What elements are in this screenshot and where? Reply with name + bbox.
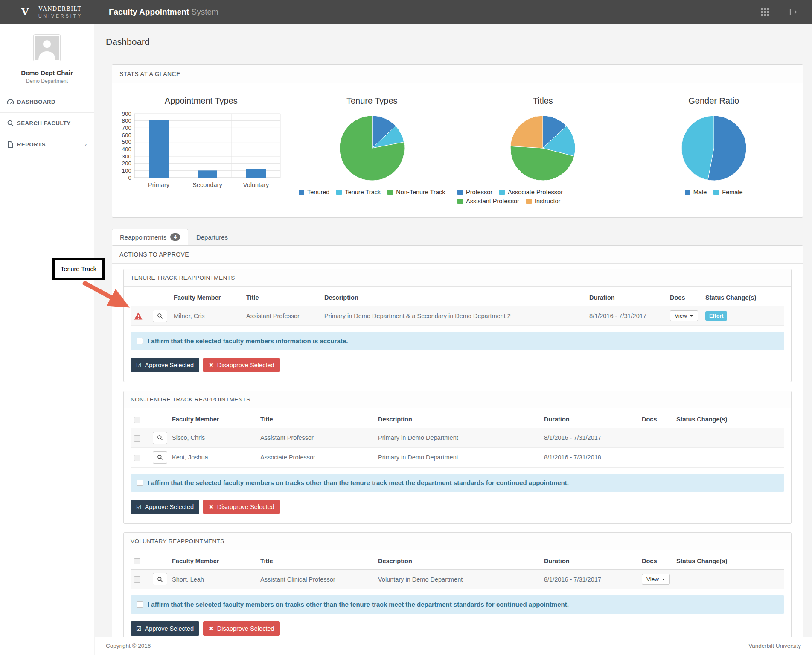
column-header-duration: Duration	[541, 552, 638, 570]
row-checkbox[interactable]	[134, 455, 140, 461]
chart-gender-ratio: Gender RatioMaleFemale	[629, 96, 800, 205]
column-header-faculty-member: Faculty Member	[169, 410, 257, 428]
svg-text:900: 900	[122, 111, 132, 117]
logo-line1: VANDERBILT	[38, 6, 82, 12]
tab-reappointments[interactable]: Reappointments 4	[112, 229, 188, 245]
svg-text:700: 700	[122, 125, 132, 131]
description-cell: Primary in Demo Department	[375, 447, 541, 467]
legend-swatch	[499, 190, 505, 195]
disapprove-selected-button[interactable]: ✖Disapprove Selected	[203, 500, 280, 514]
magnifier-icon	[157, 454, 163, 460]
pie-slice-female	[681, 116, 714, 180]
magnifier-icon	[157, 435, 163, 441]
row-checkbox[interactable]	[134, 435, 140, 442]
approve-selected-button[interactable]: ☑Approve Selected	[131, 621, 199, 636]
magnifier-icon	[157, 576, 163, 582]
affirm-checkbox[interactable]	[137, 601, 143, 608]
sign-out-icon[interactable]	[788, 7, 797, 17]
legend-item: Male	[685, 189, 707, 196]
app-title: Faculty Appointment System	[109, 7, 218, 17]
affirm-text: I affirm that the selected faculty membe…	[148, 337, 348, 345]
column-header-docs: Docs	[666, 288, 702, 306]
legend-label: Professor	[466, 189, 492, 196]
sidebar-item-reports[interactable]: REPORTS ‹	[0, 134, 94, 155]
pie-chart	[509, 114, 576, 182]
legend-item: Assistant Professor	[457, 198, 519, 205]
x-icon: ✖	[209, 504, 214, 510]
annotation-tenure-track-callout: Tenure Track	[52, 258, 105, 280]
affirm-checkbox[interactable]	[137, 480, 143, 486]
tenure-track-table: Faculty MemberTitleDescriptionDurationDo…	[131, 288, 784, 326]
actions-panel: ACTIONS TO APPROVE TENURE TRACK REAPPOIN…	[112, 245, 803, 655]
legend-item: Non-Tenure Track	[387, 189, 445, 196]
disapprove-selected-button[interactable]: ✖Disapprove Selected	[203, 621, 280, 636]
tab-departures[interactable]: Departures	[188, 229, 236, 245]
actions-panel-heading: ACTIONS TO APPROVE	[112, 246, 803, 264]
pie-chart	[680, 114, 748, 182]
user-name: Demo Dept Chair	[0, 69, 94, 76]
section-tenure-track: TENURE TRACK REAPPOINTMENTSFaculty Membe…	[123, 269, 792, 382]
column-header-description: Description	[375, 552, 541, 570]
svg-text:0: 0	[128, 175, 132, 181]
disapprove-selected-button[interactable]: ✖Disapprove Selected	[203, 358, 280, 372]
page-title: Dashboard	[106, 37, 812, 47]
magnify-button[interactable]	[153, 451, 167, 464]
affirm-bar: I affirm that the selected faculty membe…	[131, 595, 784, 614]
approve-selected-button[interactable]: ☑Approve Selected	[131, 358, 199, 372]
legend-item: Tenured	[299, 189, 329, 196]
tab-bar: Reappointments 4 Departures	[112, 229, 803, 245]
chart-title: Gender Ratio	[688, 96, 739, 106]
affirm-text: I affirm that the selected faculty membe…	[148, 479, 569, 486]
sidebar-item-label: REPORTS	[17, 141, 46, 148]
legend-item: Professor	[457, 189, 492, 196]
chart-legend: ProfessorAssociate ProfessorAssistant Pr…	[457, 189, 629, 205]
tab-departures-label: Departures	[196, 234, 228, 241]
magnify-button[interactable]	[153, 310, 167, 322]
sidebar-item-search-faculty[interactable]: SEARCH FACULTY	[0, 113, 94, 134]
duration-cell: 8/1/2016 - 7/31/2018	[541, 447, 638, 467]
select-all-checkbox[interactable]	[134, 558, 140, 564]
description-cell: Voluntary in Demo Department	[375, 570, 541, 589]
sidebar-item-label: DASHBOARD	[17, 99, 55, 105]
check-square-icon: ☑	[136, 504, 142, 510]
chart-title: Appointment Types	[165, 96, 238, 106]
svg-text:800: 800	[122, 117, 132, 124]
faculty-member-cell: Short, Leah	[169, 570, 257, 589]
approve-selected-button[interactable]: ☑Approve Selected	[131, 500, 199, 514]
check-square-icon: ☑	[136, 362, 142, 368]
legend-swatch	[457, 199, 463, 204]
file-icon	[7, 141, 17, 148]
title-cell: Assistant Clinical Professor	[257, 570, 375, 589]
pie-slice-instructor	[510, 116, 543, 148]
legend-swatch	[685, 190, 690, 195]
annotation-arrow	[78, 279, 134, 311]
legend-swatch	[387, 190, 393, 195]
section-heading: TENURE TRACK REAPPOINTMENTS	[124, 269, 791, 287]
bar-secondary	[198, 170, 217, 178]
row-checkbox[interactable]	[134, 576, 140, 583]
column-header-status-change-s: Status Change(s)	[673, 410, 784, 428]
section-heading: NON-TENURE TRACK REAPPOINTMENTS	[124, 391, 791, 408]
table-row: Sisco, ChrisAssistant ProfessorPrimary i…	[131, 428, 784, 447]
sidebar-item-dashboard[interactable]: DASHBOARD	[0, 91, 94, 113]
duration-cell: 8/1/2016 - 7/31/2017	[541, 428, 638, 447]
status-badge: Effort	[705, 311, 727, 321]
affirm-checkbox[interactable]	[137, 338, 143, 344]
bar-voluntary	[246, 169, 266, 178]
logo-line2: UNIVERSITY	[38, 13, 82, 18]
svg-text:100: 100	[122, 167, 132, 174]
view-docs-label: View	[646, 576, 659, 582]
legend-label: Tenure Track	[345, 189, 381, 196]
view-docs-button[interactable]: View	[642, 574, 670, 585]
chart-legend: MaleFemale	[685, 189, 743, 196]
chart-title: Titles	[533, 96, 553, 106]
apps-grid-icon[interactable]	[761, 8, 769, 16]
legend-label: Instructor	[535, 198, 560, 205]
magnify-button[interactable]	[153, 432, 167, 444]
select-all-checkbox[interactable]	[134, 417, 140, 423]
tab-reappointments-label: Reappointments	[120, 234, 166, 241]
magnify-button[interactable]	[153, 573, 167, 585]
column-header-description: Description	[321, 288, 586, 306]
view-docs-button[interactable]: View	[670, 310, 698, 321]
warning-icon	[134, 312, 143, 320]
